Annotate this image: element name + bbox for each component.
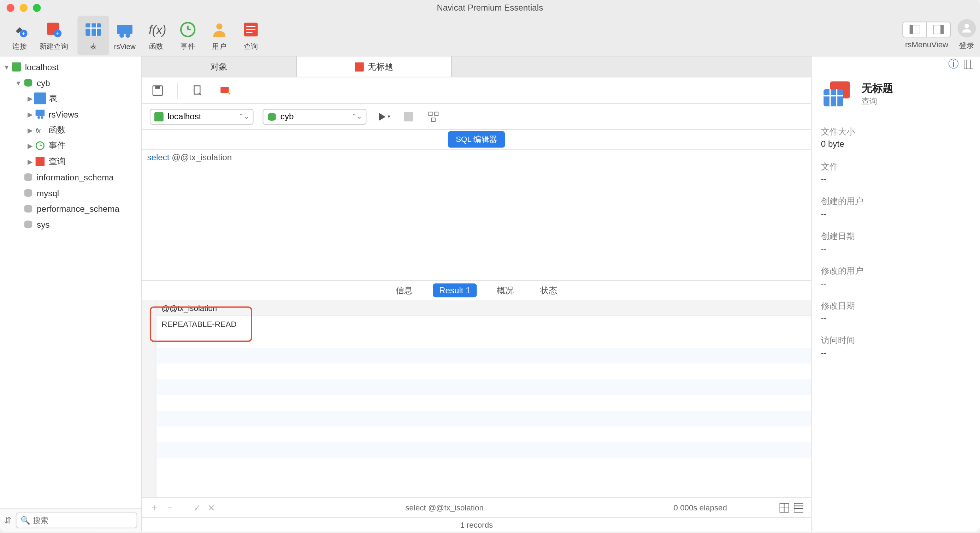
tab-objects[interactable]: 对象 [142,57,297,77]
svg-rect-5 [86,23,101,36]
chevron-right-icon[interactable]: ▶ [26,126,34,133]
tree-db-info-schema[interactable]: information_schema [0,170,141,185]
film-icon[interactable] [964,60,973,69]
result-tabs: 信息 Result 1 概况 状态 [142,281,811,301]
result-tab-profile[interactable]: 概况 [490,282,520,298]
result-tab-status[interactable]: 状态 [533,282,564,298]
svg-rect-28 [34,92,46,104]
avatar-icon[interactable] [958,19,976,37]
query-new-icon: + [43,19,64,40]
tree-connection[interactable]: ▼ localhost [0,59,141,75]
toolbar-user[interactable]: 用户 [204,16,235,55]
search-field[interactable] [33,516,133,525]
tree-events[interactable]: ▶事件 [0,138,141,154]
tree-views[interactable]: ▶rsViews [0,106,141,122]
chevron-right-icon[interactable]: ▶ [26,142,34,149]
info-icon[interactable]: ⓘ [948,57,959,71]
toolbar-view[interactable]: rsView [109,16,141,55]
form-view-icon[interactable] [794,503,803,512]
minimize-icon[interactable] [20,4,27,12]
run-icon[interactable]: ▾ [375,109,391,125]
sql-editor-badge[interactable]: SQL 编辑器 [448,131,505,148]
toolbar-connection[interactable]: + 连接 [4,16,35,55]
toolbar-table[interactable]: 表 [77,16,109,55]
status-bar: ＋ － ✓ ✕ select @@tx_isolation 0.000s ela… [142,497,811,517]
svg-rect-48 [404,112,413,121]
svg-point-16 [216,23,222,29]
database-dropdown[interactable]: cyb ⌃⌄ [263,109,367,125]
fx-icon: fx [34,124,46,136]
remove-icon[interactable]: － [165,501,175,513]
result-tab-info[interactable]: 信息 [389,282,420,298]
svg-rect-49 [429,112,433,116]
grid-data-row[interactable]: REPEATABLE-READ [156,316,811,332]
explain-icon[interactable] [217,82,233,98]
toolbar-event[interactable]: 事件 [172,16,204,55]
grid-cell-value[interactable]: REPEATABLE-READ [156,319,255,328]
tree-queries[interactable]: ▶查询 [0,154,141,170]
grid-header-row: @@tx_isolation [156,300,811,316]
query-icon [355,62,364,71]
chevron-right-icon[interactable]: ▶ [26,95,34,102]
chevron-down-icon[interactable]: ▼ [3,63,10,70]
tree-functions[interactable]: ▶fx函数 [0,122,141,138]
sql-editor[interactable]: select @@tx_isolation [142,150,811,281]
tab-untitled[interactable]: 无标题 [297,57,452,77]
toolbar-query[interactable]: 查询 [235,16,267,55]
toolbar-query-label: 查询 [244,41,258,51]
prop-label: 创建日期 [821,230,971,242]
export-icon[interactable] [190,82,205,98]
search-input[interactable]: 🔍 [16,512,137,528]
database-icon [22,203,34,214]
grid-view-icon[interactable] [780,503,789,512]
rs-menu-view-label: rsMenuView [905,40,948,49]
stop-icon[interactable] [401,109,417,125]
toolbar-view-label: rsView [114,42,136,50]
view-mode-toggle[interactable] [902,21,951,37]
toolbar-new-query[interactable]: + 新建查询 [35,16,72,55]
connection-dropdown[interactable]: localhost ⌃⌄ [150,109,254,125]
tree-connection-label: localhost [25,62,59,72]
connection-dropdown-value: localhost [167,111,201,121]
table-icon [83,19,103,40]
tree-db-mysql[interactable]: mysql [0,185,141,201]
add-icon[interactable]: ＋ [150,501,159,513]
tree-db-cyb[interactable]: ▼ cyb [0,75,141,91]
chevron-down-icon[interactable]: ▼ [14,79,22,86]
database-icon [22,171,34,183]
prop-filesize: 文件大小0 byte [812,123,980,158]
check-icon[interactable]: ✓ [193,502,201,513]
svg-rect-43 [155,86,160,88]
close-icon[interactable] [7,4,14,12]
layout-right-icon[interactable] [927,22,950,36]
svg-rect-9 [117,24,132,33]
svg-rect-36 [35,157,45,166]
maximize-icon[interactable] [33,4,41,12]
tree-db-perf-schema[interactable]: performance_schema [0,201,141,217]
tree-db-sys[interactable]: sys [0,216,141,232]
svg-text:+: + [22,30,25,37]
prop-value: -- [821,313,971,323]
chevron-right-icon[interactable]: ▶ [26,111,34,117]
tree-db-label: information_schema [37,172,114,182]
chevron-right-icon[interactable]: ▶ [26,158,34,165]
prop-label: 文件 [821,160,971,172]
prop-modified-date: 修改日期-- [812,297,980,332]
toolbar-function[interactable]: f(x) 函数 [141,16,172,55]
sidebar-bottom: ⇵ 🔍 [0,508,141,531]
svg-point-25 [964,24,969,28]
format-icon[interactable] [426,109,442,125]
grid-column-header[interactable]: @@tx_isolation [156,303,255,313]
prop-label: 修改日期 [821,300,971,312]
status-sql: select @@tx_isolation [222,503,667,512]
settings-icon[interactable]: ⇵ [4,515,12,525]
layout-left-icon[interactable] [903,22,927,36]
save-icon[interactable] [150,82,166,98]
info-title: 无标题 [862,82,893,96]
tree-db-label: mysql [37,188,59,198]
close-icon[interactable]: ✕ [207,502,215,513]
tree-tables[interactable]: ▶表 [0,91,141,106]
result-tab-result1[interactable]: Result 1 [433,284,477,297]
prop-label: 访问时间 [821,335,971,346]
tree-queries-label: 查询 [49,155,66,167]
